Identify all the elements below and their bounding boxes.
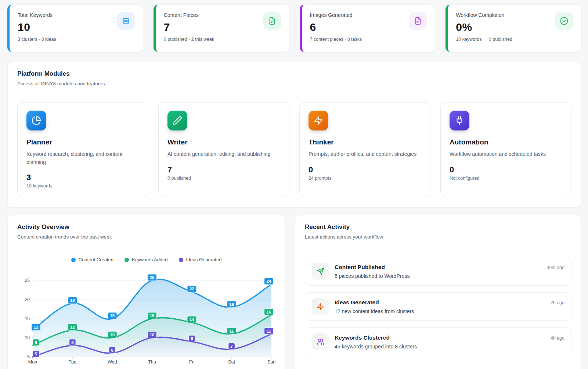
svg-text:15: 15 xyxy=(25,316,30,321)
legend-item-ideas-generated[interactable]: Ideas Generated xyxy=(179,257,222,262)
legend-item-keywords-added[interactable]: Keywords Added xyxy=(125,257,168,262)
activity-title: Content Published xyxy=(335,264,385,271)
stat-card-text: Images Generated 6 7 content pieces · 8 … xyxy=(310,12,362,42)
svg-text:15: 15 xyxy=(150,314,155,318)
zap-icon xyxy=(312,298,329,315)
file-image-icon xyxy=(409,12,427,30)
stat-title: Total Keywords xyxy=(18,12,56,18)
chart-body: Content Created Keywords Added Ideas Gen… xyxy=(8,247,285,369)
legend-label: Keywords Added xyxy=(132,257,168,262)
stat-title: Workflow Completion xyxy=(456,12,512,18)
stat-title: Images Generated xyxy=(310,12,362,18)
module-card-thinker[interactable]: Thinker Prompts, author profiles, and co… xyxy=(299,102,430,197)
activity-overview-subtitle: Content creation trends over the past we… xyxy=(17,234,275,240)
send-icon xyxy=(312,263,329,280)
platform-modules-title: Platform Modules xyxy=(17,70,571,78)
recent-activity-header: Recent Activity Latest actions across yo… xyxy=(295,215,581,247)
activity-title: Keywords Clustered xyxy=(335,334,390,341)
activity-overview-title: Activity Overview xyxy=(17,223,275,231)
stat-value: 0% xyxy=(456,21,512,33)
activity-overview-panel: Activity Overview Content creation trend… xyxy=(7,215,285,369)
module-card-writer[interactable]: Writer AI content generation, editing, a… xyxy=(158,102,289,197)
svg-text:8: 8 xyxy=(35,340,37,345)
module-name: Planner xyxy=(26,138,139,146)
svg-text:8: 8 xyxy=(71,340,74,345)
svg-text:12: 12 xyxy=(34,325,39,330)
file-text-icon xyxy=(263,12,281,30)
stat-value: 6 xyxy=(310,21,362,33)
activity-item-content-published[interactable]: Content Published 30m ago 5 pieces publi… xyxy=(305,257,571,286)
chart-legend: Content Created Keywords Added Ideas Gen… xyxy=(17,257,275,262)
svg-text:Sun: Sun xyxy=(267,359,275,365)
bottom-row: Activity Overview Content creation trend… xyxy=(7,215,581,369)
svg-text:9: 9 xyxy=(191,337,193,341)
stat-value: 7 xyxy=(164,21,214,33)
svg-text:Mon: Mon xyxy=(28,359,37,365)
activity-description: 45 keywords grouped into 8 clusters xyxy=(335,344,564,350)
activity-timestamp: 2h ago xyxy=(551,300,564,305)
activity-timestamp: 4h ago xyxy=(551,336,564,341)
dashboard-page: Total Keywords 10 3 clusters · 8 ideas C… xyxy=(0,0,588,369)
activity-item-ideas-generated[interactable]: Ideas Generated 2h ago 12 new content id… xyxy=(305,292,571,321)
module-value: 0 xyxy=(450,165,562,175)
svg-text:25: 25 xyxy=(150,275,155,280)
stat-value: 10 xyxy=(18,21,56,33)
legend-item-content-created[interactable]: Content Created xyxy=(71,257,113,262)
svg-text:10: 10 xyxy=(110,333,115,337)
activity-content: Keywords Clustered 4h ago 45 keywords gr… xyxy=(335,334,564,350)
module-card-planner[interactable]: Planner Keyword research, clustering, an… xyxy=(17,102,148,197)
module-description: Workflow automation and scheduled tasks xyxy=(450,150,562,158)
circle-check-icon xyxy=(555,12,573,30)
svg-text:7: 7 xyxy=(230,344,232,349)
module-subtext: 24 prompts xyxy=(309,176,421,181)
activity-top-row: Content Published 30m ago xyxy=(335,264,564,271)
svg-text:Fri: Fri xyxy=(189,359,195,365)
module-name: Thinker xyxy=(309,138,421,146)
svg-text:5: 5 xyxy=(27,354,30,359)
module-card-automation[interactable]: Automation Workflow automation and sched… xyxy=(440,102,571,197)
stat-card-text: Content Pieces 7 0 published · 2 this we… xyxy=(164,12,214,42)
platform-modules-subtitle: Access all IGNY8 modules and features xyxy=(17,81,571,86)
legend-label: Ideas Generated xyxy=(186,257,222,262)
stat-subtext: 10 keywords → 0 published xyxy=(456,37,512,42)
module-name: Automation xyxy=(450,138,562,146)
activity-top-row: Ideas Generated 2h ago xyxy=(335,299,564,306)
svg-text:20: 20 xyxy=(25,297,30,302)
modules-grid: Planner Keyword research, clustering, an… xyxy=(8,94,581,207)
svg-text:18: 18 xyxy=(229,302,234,307)
legend-dot-icon xyxy=(125,258,129,262)
recent-activity-title: Recent Activity xyxy=(305,223,571,231)
activity-title: Ideas Generated xyxy=(335,299,379,306)
keywords-list-icon xyxy=(117,12,135,30)
stat-card-images-generated: Images Generated 6 7 content pieces · 8 … xyxy=(300,4,436,52)
stat-card-total-keywords: Total Keywords 10 3 clusters · 8 ideas xyxy=(7,4,143,52)
module-subtext: 0 published xyxy=(167,176,280,181)
svg-text:Sat: Sat xyxy=(228,359,235,365)
stat-card-content-pieces: Content Pieces 7 0 published · 2 this we… xyxy=(154,4,289,52)
activity-item-keywords-clustered[interactable]: Keywords Clustered 4h ago 45 keywords gr… xyxy=(305,327,571,356)
recent-activity-panel: Recent Activity Latest actions across yo… xyxy=(295,215,581,369)
activity-top-row: Keywords Clustered 4h ago xyxy=(335,334,564,341)
svg-text:16: 16 xyxy=(267,310,271,314)
svg-text:15: 15 xyxy=(110,314,115,318)
svg-text:Wed: Wed xyxy=(108,359,117,365)
svg-text:11: 11 xyxy=(267,329,271,333)
activity-content: Content Published 30m ago 5 pieces publi… xyxy=(335,264,564,279)
module-value: 0 xyxy=(309,165,421,175)
stat-subtext: 0 published · 2 this week xyxy=(164,37,214,42)
activity-overview-header: Activity Overview Content creation trend… xyxy=(8,215,285,247)
module-value: 3 xyxy=(26,173,139,182)
module-subtext: Not configured xyxy=(450,176,562,181)
svg-text:24: 24 xyxy=(267,279,271,284)
svg-text:10: 10 xyxy=(150,333,155,337)
module-description: Keyword research, clustering, and conten… xyxy=(26,150,139,166)
svg-text:11: 11 xyxy=(230,329,234,333)
legend-dot-icon xyxy=(179,258,183,262)
zap-icon xyxy=(309,111,328,130)
pie-chart-icon xyxy=(26,111,46,130)
plug-icon xyxy=(450,111,469,130)
module-subtext: 10 keywords xyxy=(26,183,139,189)
stat-card-workflow-completion: Workflow Completion 0% 10 keywords → 0 p… xyxy=(445,4,581,52)
module-value: 7 xyxy=(167,165,280,175)
stat-card-text: Total Keywords 10 3 clusters · 8 ideas xyxy=(18,12,56,42)
